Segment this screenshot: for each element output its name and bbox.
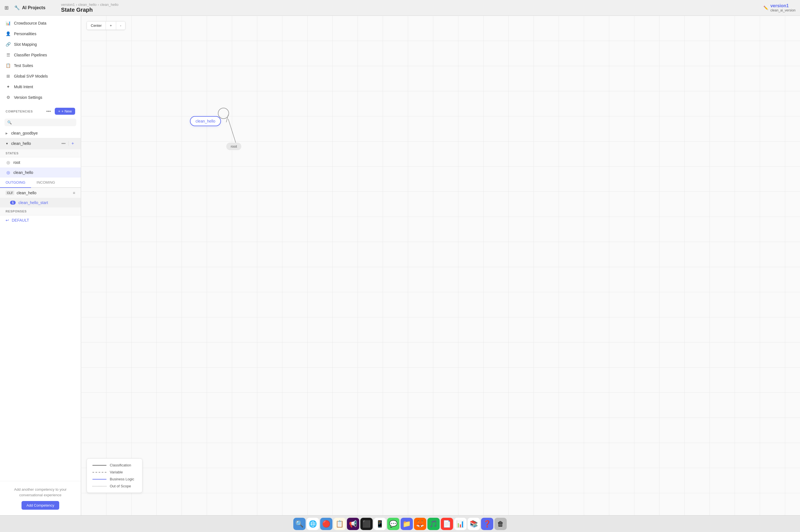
outgoing-row: CLF clean_hello ≡ — [0, 188, 81, 198]
canvas-area: Center + - clean_hello root Classificati… — [81, 16, 800, 515]
sidebar-item-slot-mapping[interactable]: 🔗 Slot Mapping — [0, 39, 81, 50]
grid-icon: ⊞ — [4, 5, 9, 11]
root-node[interactable]: root — [226, 142, 241, 150]
search-input[interactable] — [13, 120, 73, 125]
sidebar-item-crowdsource[interactable]: 📊 Crowdsource Data — [0, 18, 81, 28]
dock-activity[interactable]: 📊 — [454, 518, 467, 530]
legend-item-variable: Variable — [92, 470, 137, 474]
response-default-label: DEFAULT — [12, 218, 29, 223]
start-circle-node — [218, 108, 229, 119]
legend-label-variable: Variable — [110, 470, 123, 474]
plus-icon: + — [58, 109, 60, 113]
dock-firefox[interactable]: 🦊 — [414, 518, 426, 530]
dock-notes[interactable]: 📋 — [333, 518, 346, 530]
add-competency-button[interactable]: Add Competency — [21, 501, 59, 510]
legend-item-classification: Classification — [92, 463, 137, 467]
legend-line-blue — [92, 479, 106, 479]
dock-iphone[interactable]: 📱 — [374, 518, 386, 530]
tab-outgoing[interactable]: OUTGOING — [0, 177, 31, 188]
clean-hello-more-btn[interactable]: ••• — [60, 141, 67, 146]
sidebar: 📊 Crowdsource Data 👤 Personalities 🔗 Slo… — [0, 16, 81, 515]
legend-label-classification: Classification — [110, 463, 131, 467]
dock-dictionary[interactable]: 📚 — [468, 518, 480, 530]
sidebar-item-version-settings[interactable]: ⚙ Version Settings — [0, 92, 81, 103]
clf-badge: CLF — [5, 191, 14, 195]
chevron-right-icon: ▶ — [5, 132, 9, 135]
dock-pages[interactable]: 📄 — [441, 518, 453, 530]
zoom-in-button[interactable]: + — [106, 21, 116, 30]
tabs-row: OUTGOING INCOMING — [0, 177, 81, 188]
sidebar-item-personalities[interactable]: 👤 Personalities — [0, 28, 81, 39]
dock-slack[interactable]: 📢 — [347, 518, 359, 530]
sidebar-label-version-settings: Version Settings — [14, 95, 42, 100]
state-item-clean-hello[interactable]: ◎ clean_hello — [0, 168, 81, 177]
sidebar-label-slot-mapping: Slot Mapping — [14, 42, 37, 46]
legend-item-out-of-scope: Out of Scope — [92, 484, 137, 488]
response-item-default[interactable]: ↩ DEFAULT — [0, 215, 81, 225]
tab-incoming[interactable]: INCOMING — [31, 177, 61, 188]
sub-label-start: clean_hello_start — [18, 201, 48, 205]
wrench-icon: 🔧 — [14, 5, 20, 10]
topbar-right: ✏️ version1 clean_ai_version — [763, 3, 796, 12]
states-section-header: STATES — [0, 149, 81, 157]
legend: Classification Variable Business Logic O… — [87, 458, 143, 493]
version-settings-icon: ⚙ — [5, 95, 11, 100]
legend-label-out-of-scope: Out of Scope — [110, 484, 131, 488]
new-label: + New — [61, 109, 72, 113]
page-title: State Graph — [61, 7, 119, 13]
dock-spotify[interactable]: 🎵 — [428, 518, 440, 530]
state-clean-hello-icon: ◎ — [5, 170, 11, 175]
tree-label-clean-goodbye: clean_goodbye — [11, 131, 75, 135]
response-default-icon: ↩ — [5, 218, 9, 223]
tree-item-clean-hello[interactable]: ▼ clean_hello ••• + — [0, 138, 81, 149]
main-layout: 📊 Crowdsource Data 👤 Personalities 🔗 Slo… — [0, 16, 800, 515]
classifier-icon: ☰ — [5, 53, 11, 57]
sidebar-label-multi-intent: Multi Intent — [14, 84, 33, 89]
dock-trash[interactable]: 🗑 — [494, 518, 507, 530]
dock-finder[interactable]: 🔍 — [293, 518, 306, 530]
clean-hello-node[interactable]: clean_hello — [190, 116, 221, 126]
search-bar: 🔍 — [4, 119, 76, 126]
legend-line-dotted — [92, 486, 106, 487]
add-competency-section: Add another competency to your conversat… — [0, 481, 81, 515]
dock-support[interactable]: ❓ — [481, 518, 493, 530]
state-label-root: root — [13, 160, 20, 165]
tree-item-clean-goodbye[interactable]: ▶ clean_goodbye — [0, 128, 81, 138]
global-svp-icon: ⊞ — [5, 74, 11, 79]
tree-label-clean-hello: clean_hello — [11, 141, 60, 146]
add-competency-text: Add another competency to your conversat… — [5, 487, 75, 498]
lines-icon[interactable]: ≡ — [73, 191, 75, 195]
sidebar-label-test-suites: Test Suites — [14, 63, 33, 68]
competencies-header: COMPETENCIES ••• + + New — [0, 105, 81, 117]
new-competency-button[interactable]: + + New — [55, 108, 75, 115]
dock-messages[interactable]: 💬 — [387, 518, 399, 530]
breadcrumb: version1 › clean_hello › clean_hello — [61, 2, 119, 7]
dock-files[interactable]: 📁 — [401, 518, 413, 530]
state-item-root[interactable]: ◎ root — [0, 157, 81, 168]
pencil-icon[interactable]: ✏️ — [763, 5, 768, 10]
crowdsource-icon: 📊 — [5, 21, 11, 26]
sidebar-label-crowdsource: Crowdsource Data — [14, 21, 47, 25]
sidebar-item-classifier-pipelines[interactable]: ☰ Classifier Pipelines — [0, 50, 81, 60]
state-root-icon: ◎ — [5, 160, 11, 165]
multi-intent-icon: ✦ — [5, 84, 11, 89]
sidebar-item-multi-intent[interactable]: ✦ Multi Intent — [0, 81, 81, 92]
dock-zoom[interactable]: 🔴 — [320, 518, 332, 530]
sidebar-item-test-suites[interactable]: 📋 Test Suites — [0, 60, 81, 71]
center-button[interactable]: Center — [87, 21, 106, 30]
dock-chrome[interactable]: 🌐 — [307, 518, 319, 530]
legend-line-solid — [92, 465, 106, 466]
canvas-background — [81, 16, 800, 515]
competencies-more-btn[interactable]: ••• — [44, 108, 53, 114]
chevron-down-icon: ▼ — [5, 142, 9, 145]
sub-item-start[interactable]: 5 clean_hello_start — [0, 198, 81, 207]
dock: 🔍 🌐 🔴 📋 📢 ⬛ 📱 💬 📁 🦊 🎵 📄 📊 📚 ❓ 🗑 — [0, 515, 800, 532]
outgoing-clf-label: clean_hello — [17, 191, 70, 195]
slot-mapping-icon: 🔗 — [5, 42, 11, 47]
clean-hello-add-btn[interactable]: + — [70, 140, 75, 147]
zoom-out-button[interactable]: - — [116, 21, 125, 30]
version-label: version1 — [770, 3, 789, 8]
sidebar-item-global-svp[interactable]: ⊞ Global SVP Models — [0, 71, 81, 81]
dock-terminal[interactable]: ⬛ — [360, 518, 372, 530]
competencies-label: COMPETENCIES — [5, 110, 42, 113]
